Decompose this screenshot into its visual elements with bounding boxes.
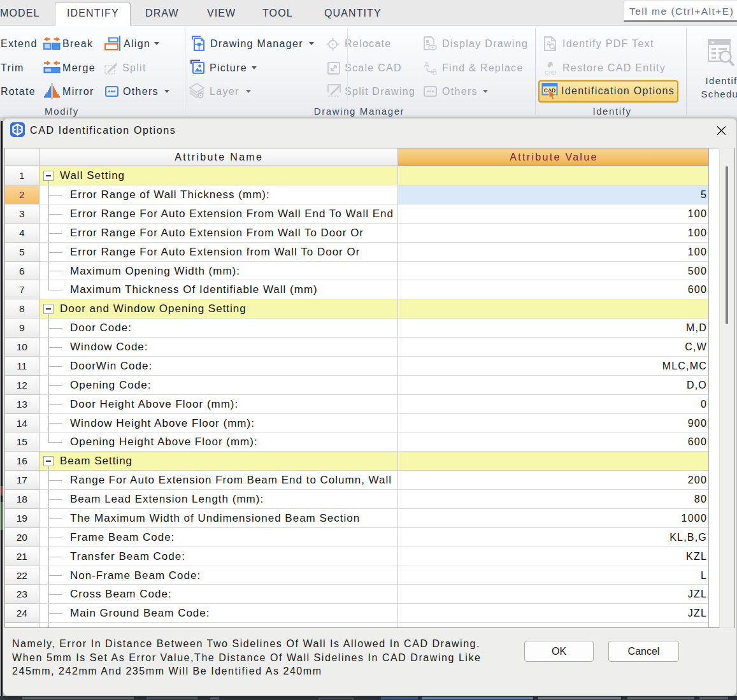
svg-text:A: A [424, 61, 429, 68]
svg-text:A: A [547, 40, 551, 47]
svg-text:B: B [433, 69, 437, 76]
svg-text:CAD: CAD [545, 69, 556, 76]
